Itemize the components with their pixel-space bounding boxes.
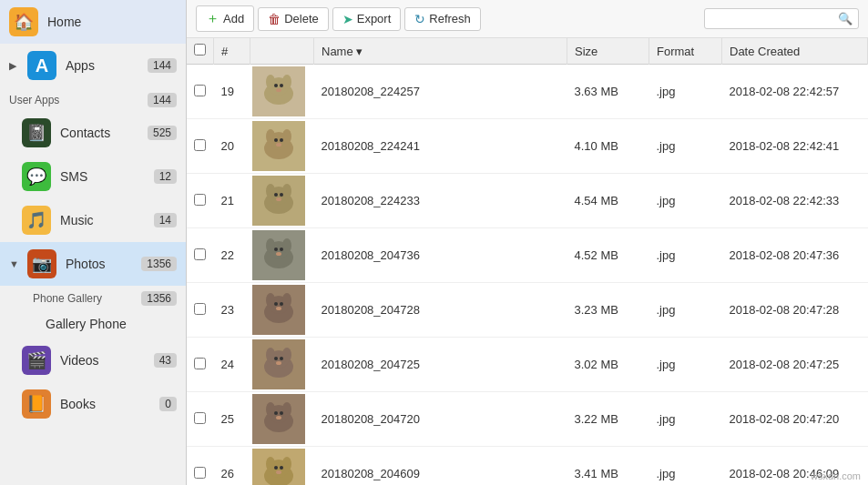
row-checkbox[interactable] — [194, 248, 206, 260]
sidebar-item-videos[interactable]: 🎬 Videos 43 — [0, 338, 186, 382]
row-num: 23 — [214, 283, 250, 338]
svg-point-62 — [280, 466, 283, 470]
row-num: 20 — [214, 119, 250, 174]
row-name: 20180208_224233 — [314, 174, 567, 228]
select-all-checkbox[interactable] — [194, 44, 206, 56]
svg-point-55 — [276, 416, 281, 419]
expand-arrow-apps: ▶ — [9, 60, 24, 72]
table-row[interactable]: 26 20180208_2046093.41 MB.jpg2018-02-08 … — [187, 447, 868, 486]
table-row[interactable]: 24 20180208_2047253.02 MB.jpg2018-02-08 … — [187, 338, 868, 392]
col-format[interactable]: Format — [649, 38, 722, 65]
row-thumbnail — [250, 447, 314, 486]
row-format: .jpg — [649, 228, 722, 283]
sidebar-label-apps: Apps — [66, 58, 144, 73]
sidebar-item-home[interactable]: 🏠 Home — [0, 0, 186, 44]
watermark: wsxdn.com — [811, 470, 861, 481]
svg-point-12 — [282, 129, 291, 144]
svg-point-23 — [276, 197, 281, 201]
svg-point-46 — [280, 357, 283, 360]
add-label: Add — [223, 12, 244, 25]
table-row[interactable]: 23 20180208_2047283.23 MB.jpg2018-02-08 … — [187, 283, 868, 338]
file-table-wrapper: # Name ▾ Size Format Date Created 19 — [187, 38, 868, 485]
svg-point-4 — [282, 75, 291, 89]
sms-badge: 12 — [154, 169, 177, 184]
contacts-badge: 525 — [148, 126, 177, 140]
col-name[interactable]: Name ▾ — [314, 38, 567, 65]
svg-point-59 — [266, 457, 275, 471]
refresh-button[interactable]: ↻ Refresh — [404, 7, 481, 31]
table-row[interactable]: 20 20180208_2242414.10 MB.jpg2018-02-08 … — [187, 119, 868, 174]
delete-button[interactable]: 🗑 Delete — [258, 7, 329, 31]
videos-badge: 43 — [154, 353, 177, 368]
svg-point-63 — [276, 470, 281, 474]
svg-point-29 — [274, 248, 278, 251]
row-name: 20180208_204720 — [314, 392, 567, 447]
sidebar-item-books[interactable]: 📙 Books 0 — [0, 382, 186, 426]
col-thumb — [250, 38, 314, 65]
add-button[interactable]: ＋ Add — [196, 5, 254, 32]
user-apps-label: User Apps — [9, 94, 59, 106]
sidebar-item-photos[interactable]: ▼ 📷 Photos 1356 — [0, 242, 186, 286]
table-row[interactable]: 25 20180208_2047203.22 MB.jpg2018-02-08 … — [187, 392, 868, 447]
export-label: Export — [357, 12, 392, 25]
user-apps-badge: 144 — [148, 93, 177, 107]
sidebar-label-photos: Photos — [66, 257, 138, 271]
col-date[interactable]: Date Created — [722, 38, 868, 65]
search-input[interactable] — [710, 12, 838, 25]
svg-point-60 — [282, 457, 291, 471]
sidebar-item-sms[interactable]: 💬 SMS 12 — [0, 155, 186, 198]
row-size: 4.52 MB — [567, 228, 649, 283]
add-icon: ＋ — [206, 10, 220, 27]
file-table: # Name ▾ Size Format Date Created 19 — [187, 38, 868, 485]
row-checkbox[interactable] — [194, 358, 206, 369]
videos-icon: 🎬 — [22, 346, 51, 375]
phone-gallery-badge: 1356 — [141, 291, 177, 306]
row-checkbox[interactable] — [194, 467, 206, 479]
export-button[interactable]: ➤ Export — [332, 7, 402, 31]
svg-point-51 — [266, 402, 275, 417]
row-format: .jpg — [649, 283, 722, 338]
table-body: 19 20180208_2242573.63 MB.jpg2018-02-08 … — [187, 65, 868, 486]
apps-badge: 144 — [148, 58, 177, 73]
music-badge: 14 — [154, 213, 177, 227]
search-box[interactable]: 🔍 — [704, 8, 859, 29]
row-checkbox[interactable] — [194, 412, 206, 424]
sidebar-label-gallery-phone: Gallery Phone — [46, 317, 177, 331]
col-checkbox — [187, 38, 214, 65]
row-name: 20180208_204736 — [314, 228, 567, 283]
table-row[interactable]: 22 20180208_2047364.52 MB.jpg2018-02-08 … — [187, 228, 868, 283]
sidebar-item-contacts[interactable]: 📓 Contacts 525 — [0, 111, 186, 155]
col-size[interactable]: Size — [567, 38, 649, 65]
row-name: 20180208_224257 — [314, 65, 567, 119]
svg-point-27 — [266, 238, 275, 253]
table-row[interactable]: 21 20180208_2242334.54 MB.jpg2018-02-08 … — [187, 174, 868, 228]
sidebar-label-music: Music — [60, 213, 150, 227]
table-row[interactable]: 19 20180208_2242573.63 MB.jpg2018-02-08 … — [187, 65, 868, 119]
svg-point-52 — [282, 402, 291, 417]
sidebar-label-contacts: Contacts — [60, 126, 144, 140]
row-format: .jpg — [649, 338, 722, 392]
row-format: .jpg — [649, 174, 722, 228]
sidebar-item-music[interactable]: 🎵 Music 14 — [0, 198, 186, 242]
refresh-label: Refresh — [429, 12, 471, 25]
row-checkbox[interactable] — [194, 139, 206, 151]
sidebar-item-gallery-phone[interactable]: Gallery Phone — [0, 309, 186, 338]
svg-point-61 — [274, 466, 278, 470]
svg-point-6 — [280, 84, 283, 87]
row-checkbox[interactable] — [194, 194, 206, 206]
phone-gallery-section: Phone Gallery 1356 — [0, 286, 186, 309]
row-num: 24 — [214, 338, 250, 392]
row-num: 22 — [214, 228, 250, 283]
sidebar-item-apps[interactable]: ▶ A Apps 144 — [0, 44, 186, 87]
svg-point-45 — [274, 357, 278, 360]
row-checkbox[interactable] — [194, 85, 206, 96]
svg-point-54 — [280, 411, 283, 415]
svg-point-22 — [280, 193, 283, 197]
row-num: 26 — [214, 447, 250, 486]
row-format: .jpg — [649, 65, 722, 119]
svg-point-5 — [274, 84, 278, 87]
sms-icon: 💬 — [22, 162, 51, 191]
row-num: 25 — [214, 392, 250, 447]
row-checkbox[interactable] — [194, 303, 206, 315]
svg-point-14 — [280, 138, 283, 142]
